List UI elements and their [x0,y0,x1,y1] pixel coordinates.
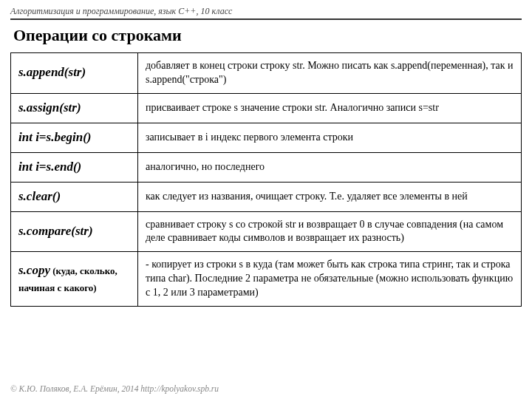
method-name: int i=s.begin() [11,123,138,152]
method-name: int i=s.end() [11,152,138,182]
method-desc: аналогично, но последнего [138,152,522,182]
table-row: s.copy (куда, сколько, начиная с какого)… [11,252,522,307]
table-row: int i=s.end() аналогично, но последнего [11,152,522,182]
method-main: s.copy [18,263,50,277]
methods-table: s.append(str) добавляет в конец строки с… [10,52,522,307]
method-name: s.append(str) [11,53,138,94]
page-title: Операции со строками [13,26,519,45]
method-name: s.clear() [11,182,138,211]
method-name: s.compare(str) [11,211,138,252]
table-row: s.assign(str) присваивает строке s значе… [11,93,522,123]
method-desc: сравнивает строку s со строкой str и воз… [138,211,522,252]
table-row: s.clear() как следует из названия, очища… [11,182,522,211]
method-desc: добавляет в конец строки строку str. Мож… [138,53,522,94]
method-desc: - копирует из строки s в куда (там может… [138,252,522,307]
method-desc: присваивает строке s значение строки str… [138,93,522,123]
table-row: int i=s.begin() записывает в i индекс пе… [11,123,522,152]
table-row: s.compare(str) сравнивает строку s со ст… [11,211,522,252]
method-desc: как следует из названия, очищает строку.… [138,182,522,211]
course-header: Алгоритмизация и программирование, язык … [10,6,522,20]
method-name: s.assign(str) [11,93,138,123]
method-name: s.copy (куда, сколько, начиная с какого) [11,252,138,307]
method-desc: записывает в i индекс первого элемента с… [138,123,522,152]
table-row: s.append(str) добавляет в конец строки с… [11,53,522,94]
copyright-footer: © К.Ю. Поляков, Е.А. Ерёмин, 2014 http:/… [10,384,219,393]
